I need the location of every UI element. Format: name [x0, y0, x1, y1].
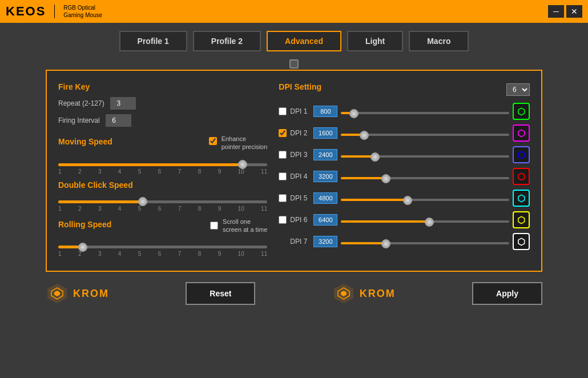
- rolling-speed-slider[interactable]: [58, 246, 267, 248]
- double-click-slider[interactable]: [58, 200, 267, 203]
- krom-label-left: KROM: [73, 288, 109, 300]
- dpi3-checkbox[interactable]: [279, 151, 287, 159]
- dpi-header: DPI Setting 6 123457: [279, 82, 530, 97]
- dpi2-value: 1600: [313, 127, 337, 139]
- krom-logo-left: KROM: [46, 282, 109, 305]
- interval-input[interactable]: [106, 114, 131, 127]
- app-subtitle: RGB Optical Gaming Mouse: [63, 4, 102, 19]
- dpi4-value: 3200: [313, 171, 337, 182]
- titlebar: KEOS RGB Optical Gaming Mouse ─ ✕: [0, 0, 588, 23]
- dpi2-label: DPI 2: [290, 129, 310, 137]
- minimize-button[interactable]: ─: [548, 5, 564, 18]
- dpi2-icon[interactable]: ⬡: [513, 124, 530, 142]
- dpi3-icon[interactable]: ⬡: [513, 146, 530, 163]
- moving-speed-title: Moving Speed: [58, 137, 112, 146]
- rolling-speed-title: Rolling Speed: [58, 220, 111, 229]
- dpi6-checkbox[interactable]: [279, 216, 287, 224]
- titlebar-controls: ─ ✕: [548, 5, 582, 18]
- dpi5-icon[interactable]: ⬡: [513, 190, 530, 207]
- dpi6-icon[interactable]: ⬡: [513, 211, 530, 228]
- krom-center-logo-icon: [332, 282, 355, 305]
- dpi7-label: DPI 7: [290, 238, 310, 246]
- dpi-row-1: DPI 1 800 ⬡: [279, 103, 530, 120]
- dpi6-label: DPI 6: [290, 216, 310, 224]
- dpi2-slider[interactable]: [341, 134, 509, 136]
- dpi6-slider-wrap: [341, 215, 509, 225]
- firekey-title: Fire Key: [58, 82, 267, 91]
- repeat-label: Repeat (2-127): [58, 99, 104, 107]
- dpi4-label: DPI 4: [290, 172, 310, 180]
- dpi1-checkbox[interactable]: [279, 107, 287, 115]
- bottom-section: KROM Reset KROM Apply: [0, 274, 588, 313]
- dpi1-icon[interactable]: ⬡: [513, 103, 530, 120]
- double-click-labels: 1234567891011: [58, 206, 267, 212]
- dpi-row-3: DPI 3 2400 ⬡: [279, 146, 530, 163]
- rolling-speed-labels: 1234567891011: [58, 251, 267, 257]
- dpi5-label: DPI 5: [290, 194, 310, 202]
- dpi4-checkbox[interactable]: [279, 172, 287, 180]
- dpi-select[interactable]: 6 123457: [506, 83, 530, 96]
- scroll-indicator: [0, 59, 588, 69]
- dpi5-checkbox[interactable]: [279, 194, 287, 202]
- dpi1-slider[interactable]: [341, 112, 509, 114]
- krom-logo-center: KROM: [332, 282, 396, 305]
- dpi6-value: 6400: [313, 214, 337, 226]
- enhance-checkbox[interactable]: [209, 137, 217, 145]
- titlebar-divider: [54, 5, 55, 18]
- dpi3-slider[interactable]: [341, 155, 509, 158]
- dpi3-value: 2400: [313, 149, 337, 160]
- apply-button[interactable]: Apply: [472, 282, 542, 305]
- nav-tabs: Profile 1 Profile 2 Advanced Light Macro: [0, 23, 588, 59]
- double-click-title: Double Click Speed: [58, 180, 267, 190]
- scroll-dot: [289, 59, 299, 69]
- dpi6-slider[interactable]: [341, 220, 509, 223]
- scroll-one-checkbox[interactable]: [210, 222, 218, 230]
- dpi3-label: DPI 3: [290, 151, 310, 159]
- dpi4-slider-wrap: [341, 171, 509, 182]
- close-button[interactable]: ✕: [566, 5, 582, 18]
- right-panel: DPI Setting 6 123457 DPI 1 800 ⬡ DPI 2 1…: [279, 82, 530, 259]
- dpi4-icon[interactable]: ⬡: [513, 168, 530, 185]
- reset-button[interactable]: Reset: [186, 282, 255, 305]
- tab-profile1[interactable]: Profile 1: [119, 31, 187, 51]
- dpi5-slider-wrap: [341, 193, 509, 203]
- tab-light[interactable]: Light: [347, 31, 403, 51]
- dpi2-slider-wrap: [341, 128, 509, 138]
- dpi5-slider[interactable]: [341, 199, 509, 201]
- dpi-row-4: DPI 4 3200 ⬡: [279, 168, 530, 185]
- scroll-one-checkbox-row: Scroll onescreen at a time: [210, 218, 267, 234]
- dpi4-slider[interactable]: [341, 177, 509, 179]
- app-name: KEOS: [6, 4, 46, 19]
- tab-macro[interactable]: Macro: [409, 31, 469, 51]
- tab-advanced[interactable]: Advanced: [267, 31, 341, 51]
- double-click-slider-container: 1234567891011: [58, 195, 267, 212]
- krom-logo-icon: [46, 282, 69, 305]
- repeat-input[interactable]: [110, 97, 136, 110]
- dpi-title: DPI Setting: [279, 82, 321, 91]
- dpi-row-5: DPI 5 4800 ⬡: [279, 190, 530, 207]
- scroll-one-label: Scroll onescreen at a time: [223, 218, 267, 234]
- interval-row: Firing Interval: [58, 114, 267, 127]
- moving-speed-labels: 1234567891011: [58, 168, 267, 175]
- dpi-row-2: DPI 2 1600 ⬡: [279, 124, 530, 142]
- rolling-speed-slider-container: 1234567891011: [58, 240, 267, 257]
- tab-profile2[interactable]: Profile 2: [193, 31, 261, 51]
- enhance-label: Enhancepointer precision: [221, 135, 268, 151]
- dpi1-value: 800: [313, 106, 337, 117]
- moving-speed-slider[interactable]: [58, 163, 267, 166]
- krom-label-center: KROM: [360, 288, 396, 300]
- dpi-row-7: DPI 7 3200 ⬡: [279, 233, 530, 250]
- dpi1-label: DPI 1: [290, 107, 310, 115]
- dpi7-value: 3200: [313, 236, 337, 247]
- moving-speed-slider-container: 1234567891011: [58, 158, 267, 175]
- dpi1-slider-wrap: [341, 106, 509, 116]
- dpi5-value: 4800: [313, 192, 337, 204]
- dpi2-checkbox[interactable]: [279, 129, 287, 137]
- main-panel: Fire Key Repeat (2-127) Firing Interval …: [46, 70, 542, 272]
- enhance-checkbox-row: Enhancepointer precision: [209, 135, 268, 151]
- dpi7-slider[interactable]: [341, 242, 509, 244]
- repeat-row: Repeat (2-127): [58, 97, 267, 110]
- dpi7-icon[interactable]: ⬡: [513, 233, 530, 250]
- interval-label: Firing Interval: [58, 116, 100, 124]
- left-panel: Fire Key Repeat (2-127) Firing Interval …: [58, 82, 267, 259]
